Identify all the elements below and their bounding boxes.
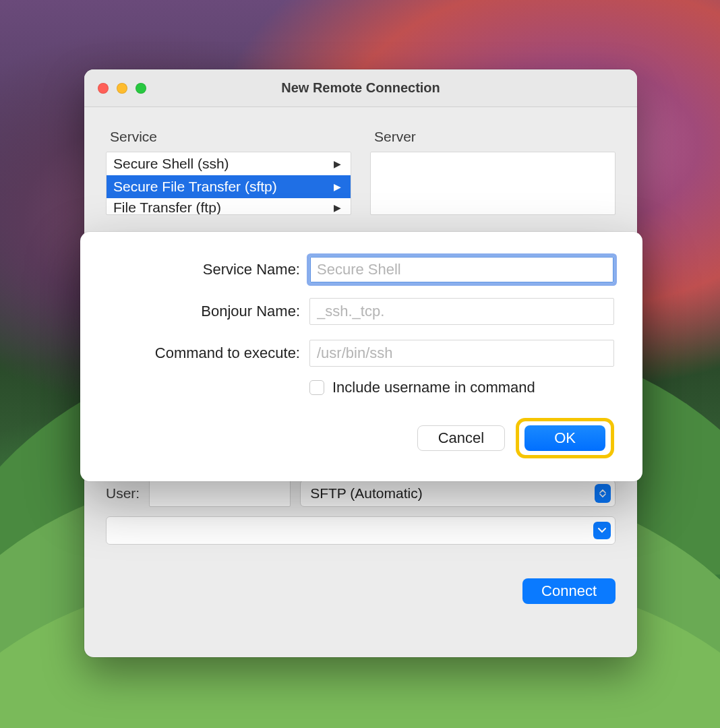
list-item-label: File Transfer (ftp): [113, 200, 221, 215]
titlebar: New Remote Connection: [84, 69, 637, 107]
close-icon[interactable]: [98, 83, 109, 94]
list-item[interactable]: File Transfer (ftp) ▶: [107, 198, 351, 215]
protocol-select[interactable]: SFTP (Automatic): [300, 480, 616, 507]
list-item-label: Secure File Transfer (sftp): [113, 179, 277, 195]
service-name-field[interactable]: [309, 256, 614, 283]
highlight-annotation: OK: [516, 418, 614, 458]
server-listbox[interactable]: [370, 152, 616, 215]
command-field[interactable]: [309, 340, 614, 367]
command-combo[interactable]: [106, 516, 616, 545]
connect-button[interactable]: Connect: [522, 578, 616, 604]
zoom-icon[interactable]: [136, 83, 146, 94]
chevron-right-icon: ▶: [334, 181, 341, 192]
list-item[interactable]: Secure Shell (ssh) ▶: [107, 152, 351, 175]
chevron-right-icon: ▶: [334, 202, 341, 213]
stepper-icon: [595, 484, 611, 503]
service-column-header: Service: [106, 129, 351, 145]
window-title: New Remote Connection: [84, 80, 637, 96]
include-username-checkbox[interactable]: [309, 380, 324, 395]
traffic-lights: [98, 83, 146, 94]
service-listbox[interactable]: Secure Shell (ssh) ▶ Secure File Transfe…: [106, 152, 351, 215]
list-item-label: Secure Shell (ssh): [113, 156, 229, 172]
service-sheet-dialog: Service Name: Bonjour Name: Command to e…: [80, 232, 642, 481]
cancel-button[interactable]: Cancel: [417, 425, 505, 451]
chevron-down-icon[interactable]: [593, 522, 611, 539]
user-field[interactable]: [149, 480, 291, 507]
bonjour-name-field[interactable]: [309, 298, 614, 325]
list-item[interactable]: Secure File Transfer (sftp) ▶: [107, 175, 351, 198]
minimize-icon[interactable]: [117, 83, 127, 94]
bonjour-name-label: Bonjour Name:: [109, 303, 309, 320]
ok-button[interactable]: OK: [524, 425, 605, 451]
user-label: User:: [106, 485, 140, 502]
service-name-label: Service Name:: [109, 261, 309, 278]
include-username-label: Include username in command: [332, 379, 535, 396]
command-label: Command to execute:: [109, 344, 309, 362]
server-column-header: Server: [370, 129, 616, 145]
protocol-select-label: SFTP (Automatic): [310, 485, 422, 502]
chevron-right-icon: ▶: [334, 158, 341, 169]
